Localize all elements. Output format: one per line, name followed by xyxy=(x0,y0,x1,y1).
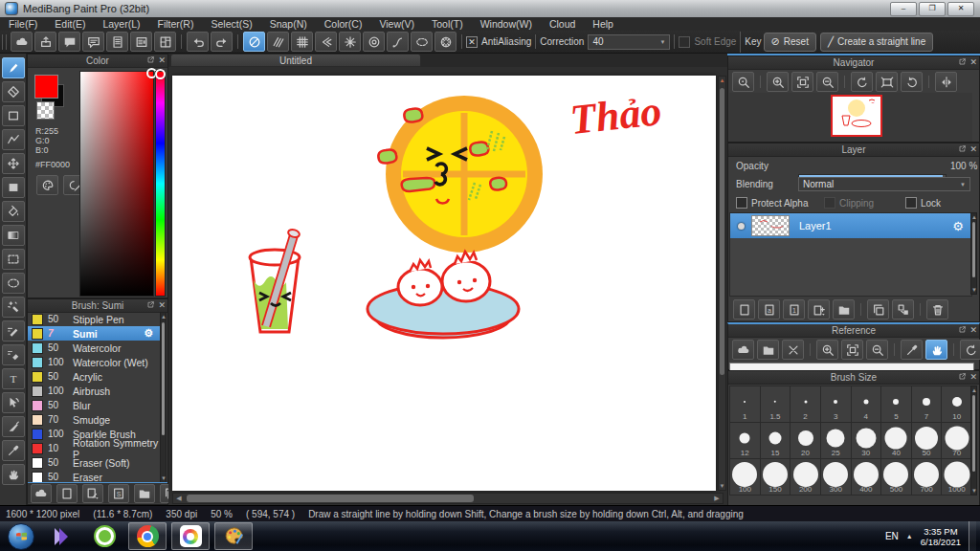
brush-size-cell[interactable]: 30 xyxy=(852,423,881,458)
zoom-out-button[interactable] xyxy=(866,340,888,360)
redo-button[interactable] xyxy=(211,32,233,52)
antialiasing-checkbox[interactable]: ✕ xyxy=(466,36,478,48)
brush-size-cell[interactable]: 100 xyxy=(730,459,760,495)
new-a-button[interactable]: a xyxy=(758,299,780,320)
document-button[interactable] xyxy=(106,32,128,52)
brush-item[interactable]: 50Eraser xyxy=(28,470,161,483)
transparent-color-swatch[interactable] xyxy=(36,101,55,120)
brush-size-cell[interactable]: 25 xyxy=(821,423,851,458)
sel-rect-tool[interactable] xyxy=(2,249,25,270)
scroll-up-icon[interactable]: ▲ xyxy=(161,313,166,320)
brush-item[interactable]: 50Blur xyxy=(28,398,161,412)
snap-radial-button[interactable] xyxy=(434,32,457,52)
flip-button[interactable] xyxy=(935,72,957,92)
layer-settings-gear-icon[interactable]: ⚙ xyxy=(952,219,964,233)
lock-checkbox[interactable]: Lock xyxy=(905,197,941,209)
popout-icon[interactable] xyxy=(146,300,155,309)
brush-size-cell[interactable]: 4 xyxy=(852,386,881,422)
polyline-tool[interactable] xyxy=(2,129,25,150)
operate-tool[interactable] xyxy=(2,392,25,413)
text-tool[interactable]: T xyxy=(2,368,25,389)
brush-size-cell[interactable]: 1.5 xyxy=(761,386,791,422)
new-drop-button[interactable] xyxy=(82,484,103,503)
close-icon[interactable]: ✕ xyxy=(969,57,977,68)
brush-size-cell[interactable]: 200 xyxy=(791,459,820,495)
foreground-color-swatch[interactable] xyxy=(34,75,58,99)
rot-reset-button[interactable] xyxy=(876,72,898,92)
brush-size-cell[interactable]: 150 xyxy=(761,459,791,495)
navigator-view[interactable]: ~ xyxy=(729,93,972,142)
canvas-tab[interactable]: Untitled xyxy=(170,54,421,67)
menu-edit[interactable]: Edit(E) xyxy=(46,17,94,31)
taskbar-chrome-icon[interactable] xyxy=(128,522,167,550)
menu-filter[interactable]: Filter(R) xyxy=(149,17,203,31)
blending-dropdown[interactable]: Normal▼ xyxy=(798,177,970,191)
snap-off-button[interactable] xyxy=(243,32,265,52)
menu-cloud[interactable]: Cloud xyxy=(541,17,584,31)
wand-tool[interactable] xyxy=(2,297,25,318)
brush-size-cell[interactable]: 700 xyxy=(912,459,942,495)
script-button[interactable] xyxy=(130,32,152,52)
brush-size-cell[interactable]: 12 xyxy=(730,423,760,458)
clipping-checkbox[interactable]: Clipping xyxy=(824,197,874,209)
brush-settings-gear-icon[interactable]: ⚙ xyxy=(144,327,153,340)
saturation-value-picker[interactable] xyxy=(79,71,154,297)
close-icon[interactable]: ✕ xyxy=(158,300,166,311)
divide-tool[interactable] xyxy=(2,416,25,437)
brush-size-cell[interactable]: 1 xyxy=(730,386,760,422)
zoom-spot-button[interactable] xyxy=(732,72,754,92)
brush-item[interactable]: 50Stipple Pen xyxy=(28,312,161,326)
layer-visibility-icon[interactable] xyxy=(738,223,745,230)
close-icon[interactable]: ✕ xyxy=(969,325,977,336)
popout-icon[interactable] xyxy=(958,144,967,153)
add-drop-button[interactable] xyxy=(808,299,830,320)
taskbar-kmplayer-icon[interactable] xyxy=(42,522,80,550)
menu-window[interactable]: Window(W) xyxy=(472,17,541,31)
brush-item[interactable]: 100Watercolor (Wet) xyxy=(28,355,161,369)
zoom-out-button[interactable] xyxy=(816,72,838,92)
fit-button[interactable] xyxy=(841,340,863,360)
brush-size-cell[interactable]: 400 xyxy=(852,459,881,495)
correction-dropdown[interactable]: 40▼ xyxy=(588,34,670,50)
canvas[interactable]: Thảo xyxy=(172,76,716,491)
folder-button[interactable] xyxy=(134,484,155,503)
rot-left-button[interactable] xyxy=(960,340,980,360)
panels-button[interactable] xyxy=(154,32,176,52)
move-tool[interactable] xyxy=(2,153,25,174)
brush-size-cell[interactable]: 7 xyxy=(912,386,942,422)
cloud-button[interactable] xyxy=(11,32,33,52)
comment-button[interactable] xyxy=(58,32,80,52)
gradient-tool[interactable] xyxy=(2,225,25,246)
sel-pen-tool[interactable] xyxy=(2,320,25,342)
brush-item[interactable]: 50Acrylic xyxy=(28,369,161,384)
menu-layer[interactable]: Layer(L) xyxy=(94,17,148,31)
menu-snap[interactable]: Snap(N) xyxy=(261,17,316,31)
hand-button[interactable] xyxy=(925,340,947,360)
popout-icon[interactable] xyxy=(958,372,967,381)
navigator-thumbnail[interactable]: ~ xyxy=(831,95,882,137)
show-desktop-button[interactable] xyxy=(969,521,976,551)
brush-size-cell[interactable]: 500 xyxy=(881,459,911,495)
folder-button[interactable] xyxy=(833,299,855,320)
snap-ellipse-button[interactable] xyxy=(411,32,433,52)
taskbar-paint-palette-icon[interactable] xyxy=(214,522,253,550)
close-icon[interactable]: ✕ xyxy=(158,55,166,66)
brush-item[interactable]: 70Smudge xyxy=(28,412,161,427)
zoom-in-button[interactable] xyxy=(816,340,838,360)
close-button[interactable]: ✕ xyxy=(947,2,974,16)
canvas-horizontal-scrollbar[interactable]: ◀ ▶ xyxy=(172,493,724,504)
brush-size-cell[interactable]: 40 xyxy=(881,423,911,458)
close-icon[interactable]: ✕ xyxy=(969,372,977,383)
brush-size-cell[interactable]: 2 xyxy=(791,386,820,422)
popout-icon[interactable] xyxy=(958,325,967,334)
brush-item[interactable]: 7Sumi⚙ xyxy=(28,326,161,341)
language-indicator[interactable]: EN xyxy=(885,531,899,541)
menu-file[interactable]: File(F) xyxy=(0,17,46,31)
snap-circle-button[interactable] xyxy=(363,32,385,52)
close-icon[interactable]: ✕ xyxy=(969,144,977,155)
sel-lasso-tool[interactable] xyxy=(2,273,25,294)
hue-cursor[interactable] xyxy=(155,69,166,79)
brush-size-cell[interactable]: 300 xyxy=(821,459,851,495)
sel-eraser-tool[interactable] xyxy=(2,344,25,365)
minimize-button[interactable]: – xyxy=(890,2,917,16)
